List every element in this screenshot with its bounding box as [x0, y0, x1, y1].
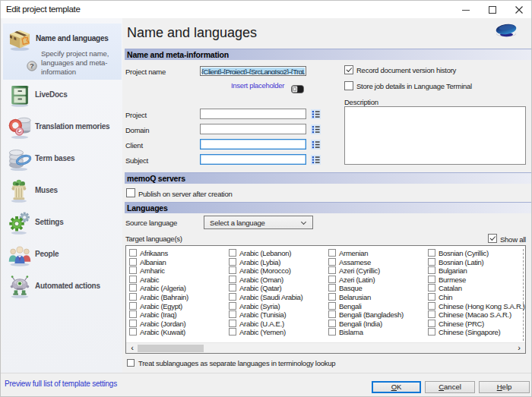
cancel-button[interactable]: Cancel: [425, 381, 475, 393]
preview-template-settings-link[interactable]: Preview full list of template settings: [5, 380, 117, 388]
button-label: OK: [373, 383, 420, 392]
button-label: Help: [480, 382, 529, 392]
footer-divider: [1, 373, 532, 373]
footer: Preview full list of template settings O…: [1, 1, 531, 396]
ok-button[interactable]: OK: [372, 381, 421, 393]
edit-project-template-dialog: Edit project template Name and languages: [0, 0, 532, 397]
button-label: Cancel: [426, 382, 474, 392]
help-button[interactable]: Help: [479, 381, 530, 393]
